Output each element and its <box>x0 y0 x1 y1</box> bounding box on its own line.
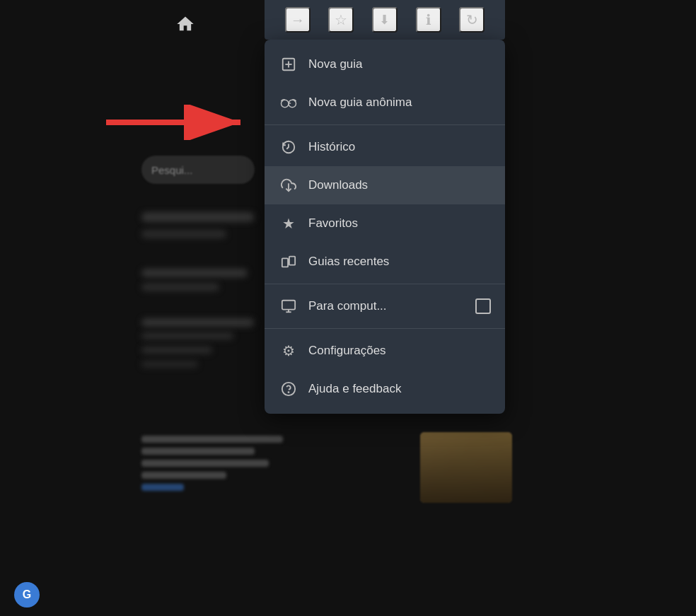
new-tab-icon <box>279 54 298 74</box>
blurred-text-6 <box>141 332 233 339</box>
svg-rect-12 <box>289 257 295 265</box>
menu-label-configuracoes: Configurações <box>308 344 386 358</box>
svg-rect-11 <box>282 258 288 267</box>
context-menu: Nova guia Nova guia anônima <box>265 40 505 414</box>
desktop-icon <box>279 296 298 316</box>
help-icon <box>279 379 298 399</box>
blurred-text-8 <box>141 361 198 368</box>
blurred-text-5 <box>141 318 255 327</box>
menu-label-downloads: Downloads <box>308 178 368 192</box>
menu-item-nova-guia-anonima[interactable]: Nova guia anônima <box>265 83 505 122</box>
blurred-text-3 <box>141 269 248 277</box>
red-arrow <box>85 105 255 140</box>
arrow-icon <box>99 105 255 140</box>
home-button[interactable] <box>170 8 201 40</box>
spy-glasses-icon <box>280 95 297 110</box>
history-icon <box>279 137 298 157</box>
refresh-button[interactable]: ↻ <box>459 7 485 33</box>
divider-2 <box>265 284 505 284</box>
menu-label-nova-guia: Nova guia <box>308 57 363 71</box>
menu-item-para-computador[interactable]: Para comput... <box>265 287 505 325</box>
thumbnail-image <box>420 432 512 503</box>
blurred-text-2 <box>141 230 226 238</box>
bottom-nav: G <box>0 574 696 616</box>
avatar[interactable]: G <box>14 582 40 608</box>
forward-button[interactable]: → <box>285 7 311 33</box>
favorites-icon: ★ <box>279 214 298 233</box>
para-computador-extra-icon <box>475 298 491 314</box>
settings-icon: ⚙ <box>279 341 298 361</box>
menu-item-ajuda[interactable]: Ajuda e feedback <box>265 370 505 408</box>
menu-label-favoritos: Favoritos <box>308 216 358 231</box>
menu-label-guias-recentes: Guias recentes <box>308 255 389 269</box>
blurred-text-7 <box>141 347 212 354</box>
menu-item-configuracoes[interactable]: ⚙ Configurações <box>265 332 505 370</box>
bottom-text-area <box>141 436 304 496</box>
blurred-text-1 <box>141 212 255 222</box>
divider-3 <box>265 328 505 329</box>
menu-item-historico[interactable]: Histórico <box>265 128 505 166</box>
recent-tabs-icon <box>279 252 298 272</box>
menu-label-para-computador: Para comput... <box>308 299 387 313</box>
menu-item-nova-guia[interactable]: Nova guia <box>265 45 505 83</box>
search-placeholder: Pesqui... <box>151 164 192 176</box>
svg-rect-13 <box>282 301 295 310</box>
menu-item-guias-recentes[interactable]: Guias recentes <box>265 243 505 281</box>
browser-toolbar: → ☆ ⬇ ℹ ↻ <box>265 0 505 40</box>
menu-item-favoritos[interactable]: ★ Favoritos <box>265 204 505 243</box>
home-icon <box>175 14 195 34</box>
search-bar[interactable]: Pesqui... <box>141 156 255 184</box>
downloads-icon <box>279 175 298 195</box>
download-button[interactable]: ⬇ <box>372 7 398 33</box>
menu-label-nova-guia-anonima: Nova guia anônima <box>308 95 412 110</box>
info-button[interactable]: ℹ <box>416 7 441 33</box>
bookmark-button[interactable]: ☆ <box>328 7 354 33</box>
incognito-icon <box>279 93 298 112</box>
menu-label-ajuda: Ajuda e feedback <box>308 382 401 396</box>
blurred-text-4 <box>141 283 219 291</box>
menu-item-downloads[interactable]: Downloads <box>265 166 505 204</box>
divider-1 <box>265 124 505 125</box>
menu-label-historico: Histórico <box>308 140 355 154</box>
